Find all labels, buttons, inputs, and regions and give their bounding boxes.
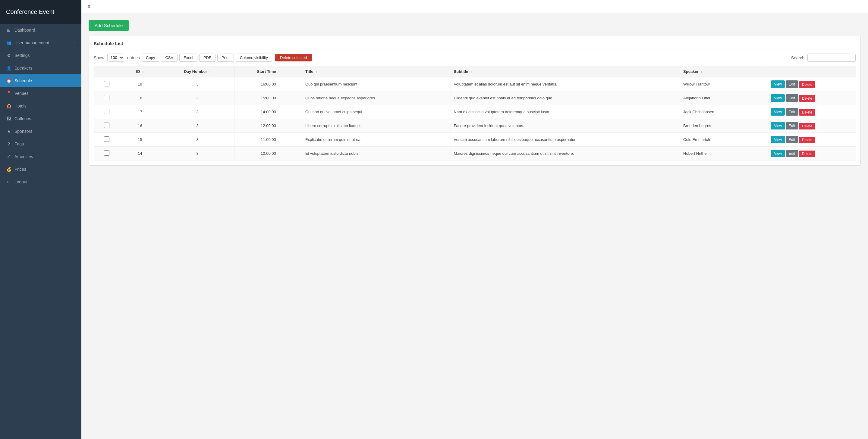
row-speaker: Jack Christiansen [680,105,768,119]
sidebar-item-speakers[interactable]: 👤 Speakers [0,62,82,74]
csv-button[interactable]: CSV [161,54,178,62]
pin-icon: 📍 [6,91,11,96]
col-header-day[interactable]: Day Number ↕ [160,66,235,77]
row-actions: View Edit Delete [768,105,856,119]
sidebar-item-prices[interactable]: 💰 Prices [0,163,82,175]
edit-button[interactable]: Edit [786,150,798,157]
edit-button[interactable]: Edit [786,80,798,88]
col-header-title[interactable]: Title ↕ [302,66,451,77]
row-title: Explicabo et rerum quis et ut ea. [302,133,451,147]
row-checkbox[interactable] [104,123,110,128]
row-subtitle: Maiores dignissimos neque qui cum accusa… [451,147,680,161]
sidebar-item-settings[interactable]: ⚙ Settings [0,49,82,62]
sidebar-item-label: Prices [14,167,26,172]
edit-button[interactable]: Edit [786,94,798,102]
column-visibility-button[interactable]: Column visibility [236,54,272,62]
search-label: Search: [791,56,806,60]
row-checkbox-cell [94,133,120,147]
sidebar-item-schedule[interactable]: ⏰ Schedule [0,74,82,87]
delete-button[interactable]: Delete [799,150,815,157]
edit-button[interactable]: Edit [786,136,798,143]
delete-button[interactable]: Delete [799,137,815,143]
sidebar-item-label: Schedule [14,78,32,83]
table-row: 14 3 10:00:00 Et voluptatem iusto dicta … [94,147,856,161]
card-title: Schedule List [94,41,856,49]
row-checkbox[interactable] [104,150,110,156]
entries-select[interactable]: 10 25 50 100 [107,54,124,62]
sidebar-item-label: Dashboard [14,28,35,33]
gallery-icon: 🖼 [6,116,11,121]
row-checkbox-cell [94,77,120,91]
settings-icon: ⚙ [6,53,11,58]
view-button[interactable]: View [771,108,785,115]
row-speaker: Alejandrin Littel [680,91,768,105]
row-actions: View Edit Delete [768,91,856,105]
copy-button[interactable]: Copy [142,54,159,62]
col-header-id[interactable]: ID ↕ [120,66,160,77]
sidebar-item-amenities[interactable]: ✓ Amenities [0,150,82,163]
action-buttons: View Edit Delete [771,136,852,143]
row-time: 16:00:00 [235,77,302,91]
col-header-time[interactable]: Start Time ↕ [235,66,302,77]
row-id: 14 [120,147,160,161]
view-button[interactable]: View [771,80,785,88]
row-time: 11:00:00 [235,133,302,147]
clock-icon: ⏰ [6,78,11,83]
edit-button[interactable]: Edit [786,108,798,115]
print-button[interactable]: Print [217,54,234,62]
schedule-table: ID ↕ Day Number ↕ Start Time ↕ Title ↕ S… [94,66,856,161]
row-day: 3 [160,147,235,161]
row-checkbox[interactable] [104,81,110,87]
sidebar-item-galleries[interactable]: 🖼 Galleries [0,112,82,125]
edit-button[interactable]: Edit [786,122,798,130]
sidebar-item-label: Amenities [14,154,33,159]
row-time: 14:00:00 [235,105,302,119]
question-icon: ? [6,141,11,146]
row-actions: View Edit Delete [768,147,856,161]
row-title: Qui non qui vel amet culpa sequi. [302,105,451,119]
sidebar-item-user-management[interactable]: 👥 User management ‹ [0,36,82,49]
row-id: 17 [120,105,160,119]
col-header-check [94,66,120,77]
sidebar-item-faqs[interactable]: ? Faqs [0,138,82,150]
row-checkbox[interactable] [104,136,110,142]
show-label: Show [94,56,104,60]
view-button[interactable]: View [771,122,785,130]
action-buttons: View Edit Delete [771,108,852,115]
col-header-subtitle[interactable]: Subtitle ↕ [451,66,680,77]
excel-button[interactable]: Excel [179,54,197,62]
col-header-speaker[interactable]: Speaker ↕ [680,66,768,77]
search-input[interactable] [807,54,856,62]
sidebar-item-sponsors[interactable]: ★ Sponsors [0,125,82,138]
schedule-card: Schedule List Show 10 25 50 100 entries … [89,36,861,166]
delete-selected-button[interactable]: Delete selected [275,54,312,61]
row-time: 10:00:00 [235,147,302,161]
speaker-icon: 👤 [6,66,11,70]
row-checkbox[interactable] [104,95,110,100]
sidebar-item-hotels[interactable]: 🏨 Hotels [0,100,82,112]
check-icon: ✓ [6,154,11,159]
table-row: 15 3 11:00:00 Explicabo et rerum quis et… [94,133,856,147]
entries-label: entries [127,56,140,60]
row-checkbox-cell [94,105,120,119]
sidebar-item-dashboard[interactable]: ⊞ Dashboard [0,24,82,36]
row-subtitle: Eligendi quo eveniet est nobis et ad tem… [451,91,680,105]
delete-button[interactable]: Delete [799,95,815,102]
row-checkbox[interactable] [104,109,110,114]
row-title: Libero corrupti explicabo itaque. [302,119,451,133]
row-subtitle: Voluptatem et alias dolorum est aut sit … [451,77,680,91]
view-button[interactable]: View [771,150,785,157]
star-icon: ★ [6,129,11,134]
view-button[interactable]: View [771,136,785,143]
menu-icon[interactable]: ≡ [87,4,91,10]
pdf-button[interactable]: PDF [199,54,216,62]
delete-button[interactable]: Delete [799,81,815,88]
view-button[interactable]: View [771,94,785,102]
delete-button[interactable]: Delete [799,109,815,115]
sidebar-item-logout[interactable]: ↩ Logout [0,175,82,188]
add-schedule-button[interactable]: Add Schedule [89,20,129,31]
sidebar-item-venues[interactable]: 📍 Venues [0,87,82,100]
sort-icon-subtitle: ↕ [470,70,472,73]
row-checkbox-cell [94,147,120,161]
delete-button[interactable]: Delete [799,123,815,130]
